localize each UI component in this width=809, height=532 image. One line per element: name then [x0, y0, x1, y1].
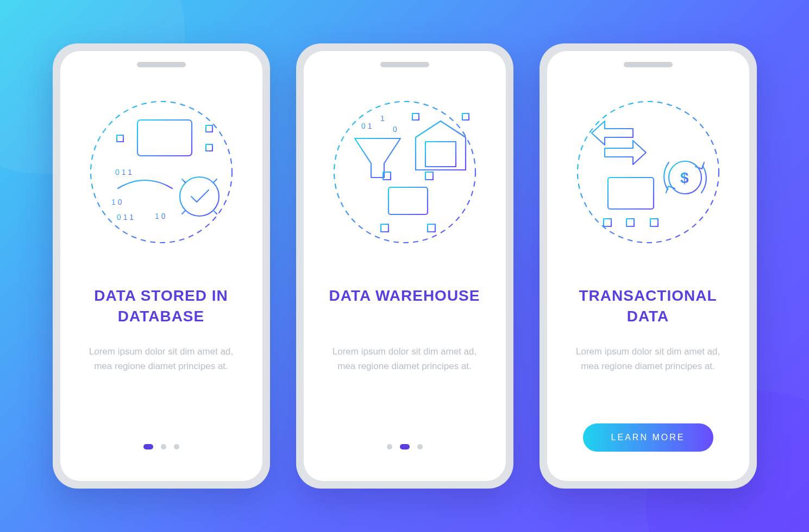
page-dot[interactable]	[143, 444, 153, 449]
data-warehouse-icon: 0 1 1 0	[322, 83, 487, 262]
onboarding-description: Lorem ipsum dolor sit dim amet ad, mea r…	[323, 344, 486, 373]
svg-rect-37	[412, 113, 419, 120]
transactional-data-icon: $	[566, 83, 731, 262]
svg-rect-10	[206, 144, 212, 151]
onboarding-title: DATA WAREHOUSE	[329, 286, 480, 329]
onboarding-description: Lorem ipsum dolor sit dim amet ad, mea r…	[80, 344, 243, 373]
database-mining-icon: 0 1 1 1 0 0 1 1 1 0	[79, 83, 244, 262]
svg-text:0 1 1: 0 1 1	[115, 168, 132, 176]
svg-point-27	[334, 102, 475, 243]
onboarding-description: Lorem ipsum dolor sit dim amet ad, mea r…	[567, 344, 730, 373]
onboarding-screen-0: 0 1 1 1 0 0 1 1 1 0 DATA STORED IN DATAB…	[60, 51, 262, 481]
svg-rect-12	[117, 135, 123, 142]
svg-rect-62	[650, 219, 658, 226]
svg-text:1 0: 1 0	[111, 198, 122, 206]
svg-text:$: $	[680, 169, 689, 186]
svg-line-19	[214, 211, 217, 214]
svg-rect-43	[381, 224, 388, 232]
svg-text:1 0: 1 0	[155, 212, 166, 220]
svg-point-49	[578, 102, 719, 243]
svg-point-0	[91, 102, 232, 243]
svg-rect-61	[626, 219, 634, 226]
page-dot[interactable]	[417, 444, 423, 449]
svg-point-13	[180, 177, 219, 216]
onboarding-carousel: 0 1 1 1 0 0 1 1 1 0 DATA STORED IN DATAB…	[53, 43, 757, 489]
learn-more-button[interactable]: LEARN MORE	[583, 423, 713, 452]
page-dot[interactable]	[174, 444, 179, 449]
svg-rect-44	[428, 224, 435, 232]
svg-rect-8	[206, 125, 212, 132]
onboarding-title: TRANSACTIONAL DATA	[566, 286, 731, 329]
svg-text:0 1: 0 1	[361, 122, 372, 130]
svg-rect-31	[425, 142, 456, 167]
svg-line-21	[182, 211, 185, 214]
svg-rect-60	[604, 219, 611, 226]
phone-frame: $	[540, 43, 757, 489]
phone-frame: 0 1 1 1 0 0 1 1 1 0 DATA STORED IN DATAB…	[53, 43, 270, 489]
svg-text:0 1 1: 0 1 1	[117, 213, 134, 221]
page-indicator	[143, 444, 179, 449]
svg-text:1: 1	[380, 114, 385, 123]
onboarding-screen-2: $	[547, 51, 749, 481]
onboarding-title: DATA STORED IN DATABASE	[79, 286, 244, 329]
svg-text:0: 0	[393, 125, 397, 134]
svg-rect-38	[388, 187, 428, 214]
page-dot[interactable]	[161, 444, 166, 449]
phone-frame: 0 1 1 0	[296, 43, 513, 489]
svg-rect-35	[462, 113, 469, 120]
onboarding-screen-1: 0 1 1 0	[304, 51, 506, 481]
svg-line-20	[214, 179, 217, 182]
page-dot[interactable]	[400, 444, 410, 449]
page-indicator	[387, 444, 423, 449]
page-dot[interactable]	[387, 444, 392, 449]
svg-line-18	[182, 179, 185, 182]
